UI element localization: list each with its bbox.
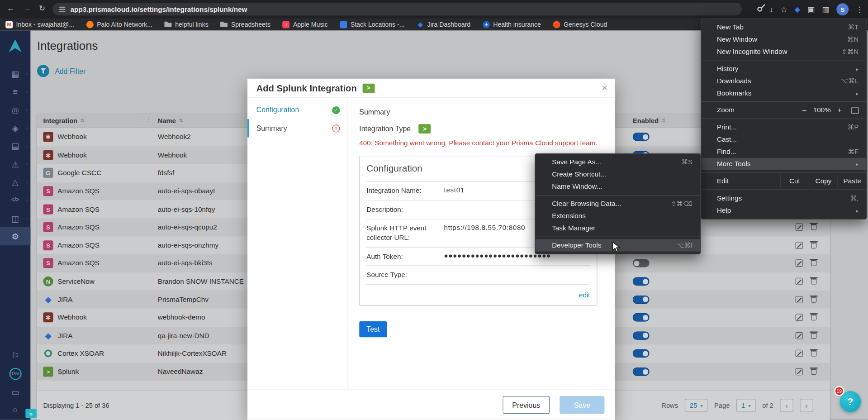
password-manager-icon[interactable] [756, 5, 764, 13]
side-panel-icon[interactable]: ▥ [822, 5, 829, 13]
menu-item-new-incognito-window[interactable]: New Incognito Window⇧⌘N [702, 45, 867, 57]
menu-item-edit[interactable]: EditCutCopyPaste [702, 175, 867, 187]
url-text: app3.prismacloud.io/settings/integration… [70, 5, 247, 13]
menu-item-label: New Tab [717, 23, 744, 31]
bookmark-label: Jira Dashboard [427, 21, 470, 28]
bookmark-star-icon[interactable]: ☆ [781, 5, 787, 13]
menu-item-zoom[interactable]: Zoom–100%+ [702, 104, 867, 116]
step-configuration[interactable]: Configuration✓ [247, 101, 348, 119]
stack-icon [340, 21, 347, 28]
palo-alto-icon [86, 21, 94, 28]
menu-item-label: Save Page As... [552, 158, 601, 166]
zoom-in-button[interactable]: + [834, 106, 846, 114]
menu-item-settings[interactable]: Settings⌘, [702, 192, 867, 205]
bookmark-health-insurance[interactable]: +Health insurance [483, 21, 541, 28]
menu-divider [702, 101, 867, 102]
close-icon[interactable]: × [602, 82, 607, 93]
back-button[interactable]: ← [7, 4, 14, 13]
previous-button[interactable]: Previous [503, 396, 550, 414]
menu-item-history[interactable]: History▸ [702, 62, 867, 75]
menu-item-task-manager[interactable]: Task Manager [535, 222, 700, 234]
gmail-icon: M [5, 21, 13, 28]
zoom-out-button[interactable]: – [798, 106, 811, 114]
menu-item-new-window[interactable]: New Window⌘N [702, 33, 867, 45]
jira-extension-icon[interactable]: ◆ [795, 5, 800, 13]
field-label: Description: [366, 205, 444, 215]
menu-item-more-tools[interactable]: More Tools▸ [702, 158, 867, 170]
menu-item-help[interactable]: Help▸ [702, 205, 867, 217]
menu-item-create-shortcut[interactable]: Create Shortcut... [535, 168, 700, 181]
menu-item-paste[interactable]: Paste [838, 175, 867, 187]
step-summary[interactable]: Summary! [247, 119, 348, 137]
extensions-puzzle-icon[interactable]: ▣ [807, 5, 815, 13]
address-bar[interactable]: app3.prismacloud.io/settings/integration… [52, 3, 742, 15]
menu-item-label: Downloads [717, 77, 751, 85]
menu-item-downloads[interactable]: Downloads⌥⌘L [702, 75, 867, 87]
menu-item-copy[interactable]: Copy [809, 175, 838, 187]
menu-shortcut: ⌘, [850, 195, 859, 202]
browser-menu-icon[interactable]: ⋮ [856, 5, 863, 13]
menu-item-label: Find... [717, 148, 736, 156]
screen: ← → ↻ app3.prismacloud.io/settings/integ… [0, 0, 868, 420]
menu-item-cast[interactable]: Cast... [702, 134, 867, 146]
menu-shortcut: ⌥⌘L [840, 77, 859, 85]
step-error-icon: ! [332, 124, 340, 132]
menu-item-label: Cast... [717, 136, 737, 143]
menu-item-print[interactable]: Print...⌘P [702, 121, 867, 134]
forward-button[interactable]: → [23, 4, 31, 13]
beacon-expand-tab[interactable]: » [25, 409, 36, 418]
menu-item-clear-browsing-data[interactable]: Clear Browsing Data...⇧⌘⌫ [535, 198, 700, 210]
menu-item-label: Settings [717, 195, 742, 202]
bookmark-jira-dashboard[interactable]: ◆Jira Dashboard [417, 21, 470, 28]
menu-item-label: Task Manager [552, 224, 595, 232]
bookmark-stack-locations[interactable]: Stack Locations -... [340, 21, 405, 28]
modal-header: Add Splunk Integration > × [247, 79, 615, 98]
menu-shortcut: ⌘S [682, 158, 693, 166]
site-settings-icon[interactable] [59, 9, 65, 10]
error-message: 400: Something went wrong. Please contac… [359, 139, 604, 147]
menu-shortcut: ⌘P [848, 124, 859, 131]
menu-item-new-tab[interactable]: New Tab⌘T [702, 21, 867, 33]
bookmark-inbox-swajahat[interactable]: MInbox - swajahat@... [5, 21, 74, 28]
modal-footer: Previous Save [247, 389, 615, 420]
menu-item-cut[interactable]: Cut [780, 175, 809, 187]
menu-item-label: Extensions [552, 212, 586, 220]
modal-steps: Configuration✓Summary! [247, 98, 348, 389]
bookmark-apple-music[interactable]: ♪Apple Music [283, 21, 328, 28]
test-button[interactable]: Test [359, 321, 387, 337]
field-label: Integration Name: [366, 186, 444, 196]
modal-title: Add Splunk Integration [256, 83, 357, 93]
menu-item-bookmarks[interactable]: Bookmarks▸ [702, 87, 867, 99]
edit-link[interactable]: edit [579, 291, 590, 299]
menu-shortcut: ⇧⌘N [842, 48, 859, 55]
reload-button[interactable]: ↻ [39, 4, 45, 13]
menu-item-label: More Tools [717, 160, 751, 168]
menu-item-find[interactable]: Find...⌘F [702, 146, 867, 158]
health-icon: + [483, 21, 490, 28]
bookmark-helpful-links[interactable]: helpful links [165, 21, 209, 28]
menu-item-extensions[interactable]: Extensions [535, 210, 700, 222]
menu-item-name-window[interactable]: Name Window... [535, 181, 700, 193]
save-button[interactable]: Save [560, 396, 604, 414]
download-icon[interactable]: ↓ [769, 5, 773, 13]
folder-icon [221, 21, 228, 28]
config-edit-row: edit [366, 284, 590, 305]
bookmark-label: Health insurance [493, 21, 541, 28]
submenu-caret-icon: ▸ [856, 66, 859, 72]
fullscreen-icon[interactable] [851, 107, 859, 113]
profile-avatar[interactable]: S [836, 3, 849, 15]
menu-item-save-page-as[interactable]: Save Page As...⌘S [535, 156, 700, 168]
bookmark-label: Spreadsheets [231, 21, 270, 28]
step-label: Summary [256, 124, 332, 132]
step-label: Configuration [256, 106, 332, 114]
bookmark-genesys-cloud[interactable]: Genesys Cloud [553, 21, 607, 28]
menu-item-label: New Window [717, 35, 757, 43]
apple-music-icon: ♪ [283, 21, 290, 28]
bookmark-label: Palo Alto Network... [97, 21, 152, 28]
field-value: https://198.8.55.70:8080 [444, 224, 526, 242]
menu-item-label: Zoom [717, 106, 735, 114]
bookmark-palo-alto-network[interactable]: Palo Alto Network... [86, 21, 152, 28]
bookmark-spreadsheets[interactable]: Spreadsheets [221, 21, 270, 28]
menu-shortcut: ⇧⌘⌫ [671, 200, 693, 208]
menu-divider [702, 60, 867, 60]
